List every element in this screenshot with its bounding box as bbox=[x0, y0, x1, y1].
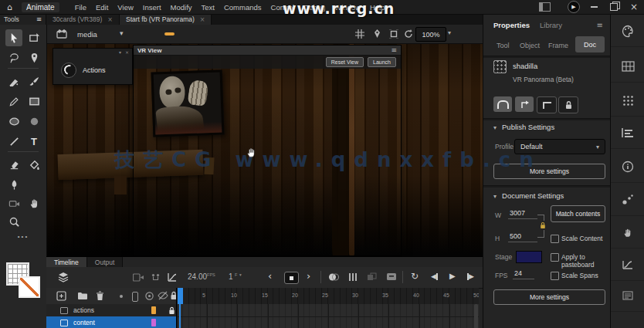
scene-icon[interactable] bbox=[56, 29, 67, 39]
frame-graph-icon[interactable] bbox=[167, 272, 178, 282]
lock-toggle[interactable] bbox=[558, 96, 578, 113]
color-panel-button[interactable] bbox=[611, 15, 644, 47]
motion-editor-button[interactable] bbox=[611, 249, 644, 281]
reset-view-button[interactable]: Reset View bbox=[326, 57, 364, 67]
previous-keyframe-button[interactable]: ‹ bbox=[268, 270, 272, 282]
width-input[interactable]: 3007 bbox=[508, 209, 537, 219]
info-panel-button[interactable] bbox=[611, 151, 644, 183]
more-tools-icon[interactable]: ••• bbox=[0, 233, 46, 240]
height-input[interactable]: 500 bbox=[508, 232, 537, 242]
panel-menu-icon[interactable]: ≡ bbox=[597, 21, 603, 29]
subtab-object[interactable]: Object bbox=[520, 42, 540, 49]
playhead[interactable] bbox=[178, 288, 183, 304]
lock-icon[interactable] bbox=[168, 306, 175, 315]
menu-modify[interactable]: Modify bbox=[166, 2, 197, 13]
libraries-panel-button[interactable] bbox=[611, 117, 644, 149]
vr-view-title-bar[interactable]: VR View ≡ bbox=[134, 46, 401, 56]
selection-tool[interactable] bbox=[5, 29, 22, 46]
layer-row-content[interactable]: content bbox=[46, 316, 176, 328]
tab-output[interactable]: Output bbox=[87, 257, 124, 267]
clip-outside-stage-icon[interactable] bbox=[389, 29, 398, 39]
close-icon[interactable]: × bbox=[125, 49, 129, 55]
minimize-button[interactable] bbox=[591, 6, 598, 8]
launch-button[interactable]: Launch bbox=[368, 57, 396, 67]
document-more-settings-button[interactable]: More settings bbox=[493, 289, 605, 305]
tab-library[interactable]: Library bbox=[540, 21, 562, 29]
new-folder-button[interactable] bbox=[77, 291, 88, 300]
grid-icon[interactable] bbox=[355, 29, 364, 39]
camera-tool[interactable] bbox=[5, 194, 22, 211]
lasso-tool[interactable] bbox=[5, 49, 22, 66]
highlight-column-icon[interactable] bbox=[120, 295, 123, 298]
menu-commands[interactable]: Commands bbox=[219, 2, 266, 13]
align-panel-button[interactable] bbox=[611, 85, 644, 117]
quick-share-button[interactable]: ▶ bbox=[568, 1, 580, 13]
tab-properties[interactable]: Properties bbox=[493, 21, 530, 29]
center-frame-button[interactable] bbox=[284, 272, 299, 284]
loop-playback-button[interactable]: ↻ bbox=[411, 271, 419, 282]
step-forward-button[interactable]: ▶ bbox=[467, 272, 474, 280]
frame-ruler[interactable]: 5 10 15 20 25 30 35 40 45 50 bbox=[177, 288, 479, 305]
oval-tool[interactable] bbox=[5, 113, 22, 130]
scale-spans-checkbox[interactable] bbox=[551, 272, 559, 280]
current-frame-display[interactable]: 1 F ▾ bbox=[229, 272, 242, 281]
chevron-down-icon[interactable]: ▾ bbox=[120, 29, 124, 37]
eraser-tool[interactable] bbox=[5, 156, 22, 173]
close-button[interactable]: × bbox=[630, 2, 638, 12]
layer-depth-icon[interactable] bbox=[151, 272, 161, 282]
frame-rate-display[interactable]: 24.00FPS bbox=[188, 272, 215, 281]
document-tab-1[interactable]: 30cards (VR389) × bbox=[46, 14, 120, 25]
swatches-panel-button[interactable] bbox=[611, 51, 644, 83]
camera-column-icon[interactable] bbox=[144, 291, 154, 301]
edit-multiple-frames-icon[interactable] bbox=[367, 272, 377, 282]
line-tool[interactable] bbox=[5, 133, 22, 150]
rectangle-tool[interactable] bbox=[25, 93, 42, 110]
step-back-button[interactable]: ◀ bbox=[431, 272, 438, 280]
timeline-frames[interactable]: 5 10 15 20 25 30 35 40 45 50 bbox=[177, 288, 479, 328]
history-panel-button[interactable] bbox=[611, 217, 644, 249]
tab-close-icon[interactable]: × bbox=[107, 16, 113, 23]
new-layer-button[interactable] bbox=[56, 291, 66, 301]
stage-color-swatch[interactable] bbox=[516, 251, 542, 263]
pen-tool[interactable] bbox=[5, 176, 22, 193]
layer-row-actions[interactable]: actions bbox=[46, 304, 176, 317]
menu-edit[interactable]: Edit bbox=[91, 2, 113, 13]
stroke-color-swatch[interactable] bbox=[19, 276, 40, 298]
free-transform-tool[interactable] bbox=[25, 29, 42, 46]
snap-magnet-toggle[interactable] bbox=[493, 96, 512, 112]
collapse-icon[interactable]: ▾ bbox=[119, 49, 121, 55]
zoom-level-select[interactable]: 100% bbox=[415, 27, 446, 42]
restore-button[interactable] bbox=[610, 3, 618, 11]
zoom-chevron-icon[interactable]: ▾ bbox=[448, 29, 451, 36]
rotate-view-icon[interactable] bbox=[404, 29, 413, 39]
hand-tool[interactable] bbox=[25, 194, 42, 211]
rotate-canvas-toggle[interactable] bbox=[515, 96, 534, 112]
subtab-frame[interactable]: Frame bbox=[548, 42, 568, 49]
publish-settings-header[interactable]: ▾Publish Settings bbox=[493, 123, 554, 131]
document-settings-header[interactable]: ▾Document Settings bbox=[493, 191, 564, 200]
zoom-tool[interactable] bbox=[5, 213, 22, 230]
vr-view-menu-icon[interactable]: ≡ bbox=[391, 46, 397, 54]
frames-scrollbar[interactable] bbox=[474, 304, 478, 328]
snap-icon[interactable] bbox=[372, 29, 382, 39]
tab-close-icon[interactable]: × bbox=[200, 16, 205, 23]
pencil-tool[interactable] bbox=[5, 93, 22, 110]
match-contents-button[interactable]: Match contents bbox=[551, 205, 605, 222]
text-tool[interactable]: T bbox=[25, 133, 42, 150]
play-button[interactable]: ▶ bbox=[449, 272, 456, 280]
subtab-tool[interactable]: Tool bbox=[497, 42, 510, 49]
scale-content-checkbox[interactable] bbox=[551, 235, 559, 243]
paint-bucket-tool[interactable] bbox=[25, 156, 42, 173]
frame-marker-icon[interactable] bbox=[386, 272, 397, 281]
document-tab-2[interactable]: Start fb (VR Panorama) × bbox=[120, 14, 212, 25]
home-icon[interactable]: ⌂ bbox=[7, 2, 12, 12]
actions-panel-badge[interactable]: ▾ × Actions bbox=[53, 48, 133, 85]
asset-warp-tool[interactable] bbox=[25, 49, 42, 66]
oval-primitive-tool[interactable] bbox=[25, 113, 42, 130]
menu-view[interactable]: View bbox=[113, 2, 137, 13]
next-keyframe-button[interactable]: › bbox=[307, 270, 310, 282]
onion-skin-outline-icon[interactable] bbox=[348, 272, 358, 282]
brush-library-button[interactable] bbox=[611, 184, 644, 216]
camera-toggle-icon[interactable] bbox=[133, 273, 144, 282]
fps-input[interactable]: 24 bbox=[513, 269, 534, 279]
